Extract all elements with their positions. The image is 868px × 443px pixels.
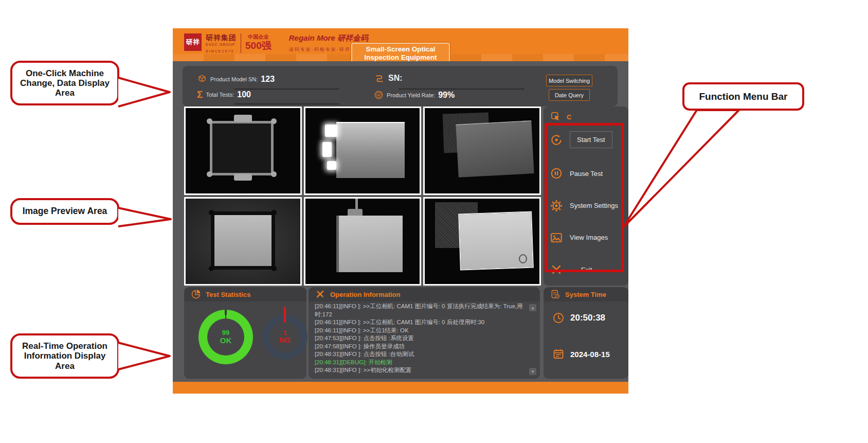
- app-footer-bar: [173, 382, 628, 394]
- system-time-value: 20:50:38: [570, 313, 605, 323]
- logo-group-name: 研祥集团: [206, 33, 237, 43]
- total-tests-value: 100: [237, 90, 251, 99]
- app-header: 研祥 研祥集团 EVOC GROUP SINCE1973 中国企业 500强 R…: [173, 28, 628, 61]
- log-line: [20:47:53][INFO ]: 点击按钮 :系统设置: [315, 334, 527, 343]
- menu-highlight-rectangle: [545, 123, 624, 272]
- callout-tail-3: [117, 339, 174, 376]
- callout-function-menu-bar: Function Menu Bar: [682, 82, 804, 111]
- system-time-panel: System Time 20:50:38 2024-08-15: [544, 287, 628, 379]
- log-line: [20:46:11][INFO ]: >>工位相机: CAM1 图片编号: 0 …: [315, 303, 527, 318]
- callout-data-display-area: One-Click Machine Change, Data Display A…: [10, 61, 119, 105]
- app-title-line1: Small-Screen Optical: [366, 45, 435, 54]
- log-scroll-down-button[interactable]: ▼: [529, 368, 536, 375]
- ng-slice-marker: [284, 307, 286, 323]
- yield-field: Product Yield Rate: 99%: [374, 90, 455, 100]
- log-line: [20:48:31][INFO ]: >>初始化检测配置: [315, 366, 527, 375]
- camera-image-4[interactable]: [184, 197, 302, 286]
- sn-underline: [399, 88, 525, 90]
- camera-image-2[interactable]: [304, 107, 422, 195]
- ok-count: 99: [222, 329, 229, 336]
- log-output[interactable]: [20:46:11][INFO ]: >>工位相机: CAM1 图片编号: 0 …: [315, 303, 527, 376]
- data-display-panel: Product Model SN: 123 Σ Total Tests: 100…: [183, 66, 618, 107]
- screenshot-canvas: 研祥 研祥集团 EVOC GROUP SINCE1973 中国企业 500强 R…: [0, 0, 868, 443]
- brand-logo: 研祥 研祥集团 EVOC GROUP SINCE1973 中国企业 500强 R…: [184, 33, 368, 53]
- operation-info-panel: Operation Information [20:46:11][INFO ]:…: [309, 287, 540, 379]
- model-switching-button[interactable]: Model Switching: [546, 75, 592, 86]
- ok-label: OK: [220, 336, 232, 345]
- date-query-button[interactable]: Date Query: [549, 89, 590, 101]
- logo-top500: 500强: [245, 41, 272, 50]
- ok-donut-chart: 99 OK: [198, 310, 253, 364]
- ng-label: NG: [280, 336, 291, 344]
- ng-donut-chart: 1 NG: [262, 314, 308, 360]
- log-line: [20:46:11][INFO ]: >>工位相机: CAM1 图片编号: 0 …: [315, 318, 527, 327]
- callout-tail-2: [117, 204, 175, 233]
- callout-tail-1: [117, 72, 174, 113]
- product-model-label: Product Model SN:: [210, 76, 258, 82]
- camera-image-5[interactable]: [304, 197, 422, 286]
- log-line-debug: [20:48:31][DEBUG]: 开始检测: [315, 359, 527, 367]
- total-tests-underline: [234, 103, 339, 104]
- system-date-value: 2024-08-15: [570, 350, 610, 359]
- sn-field: SN:: [374, 73, 406, 84]
- logo-group-en: EVOC GROUP: [206, 43, 237, 46]
- callout-tail-4: [620, 108, 748, 232]
- product-model-field: Product Model SN: 123: [197, 74, 275, 84]
- app-title-line2: Inspection Equipment: [364, 54, 437, 61]
- log-line: [20:46:11][INFO ]: >>工位1结果: OK: [315, 327, 527, 335]
- logo-script-text: Regain More 研祥金码: [289, 33, 368, 43]
- menu-header-label: C: [567, 113, 571, 121]
- log-line: [20:48:31][INFO ]: 点击按钮 :自动测试: [315, 350, 527, 359]
- test-statistics-panel: Test Statistics 99 OK 1 NG: [184, 287, 306, 379]
- product-model-value: 123: [261, 75, 275, 84]
- callout-operation-info-area: Real-Time Operation Information Display …: [10, 333, 119, 379]
- doc-clock-icon: [550, 289, 560, 299]
- yield-label: Product Yield Rate:: [387, 92, 435, 98]
- camera-image-3[interactable]: [423, 107, 541, 195]
- box-icon: [197, 74, 207, 84]
- log-scroll-up-button[interactable]: ▲: [529, 304, 536, 311]
- logo-since: SINCE1973: [206, 49, 237, 53]
- check-circle-icon: [374, 90, 384, 100]
- yield-value: 99%: [438, 91, 455, 100]
- clock-icon: [552, 312, 565, 324]
- pie-chart-icon: [191, 289, 201, 299]
- total-tests-label: Total Tests:: [206, 92, 234, 98]
- system-time-title: System Time: [565, 291, 606, 298]
- logo-cn-enterprise: 中国企业: [245, 33, 272, 41]
- camera-image-6[interactable]: [423, 197, 541, 286]
- logo-divider: [241, 33, 241, 53]
- sn-label: SN:: [388, 74, 403, 83]
- app-title-plate: Small-Screen Optical Inspection Equipmen…: [351, 43, 450, 61]
- image-preview-grid: [184, 107, 541, 286]
- log-title: Operation Information: [330, 291, 401, 298]
- sn-link-icon: [374, 73, 385, 84]
- log-line: [20:47:58][INFO ]: 操作员登录成功: [315, 343, 527, 351]
- stats-title: Test Statistics: [206, 291, 250, 298]
- callout-image-preview-area: Image Preview Area: [10, 198, 119, 225]
- camera-image-1[interactable]: [184, 107, 302, 195]
- calendar-icon: [552, 348, 565, 360]
- sigma-icon: Σ: [197, 90, 203, 99]
- crossed-tools-icon: [315, 289, 326, 299]
- evoc-logo-mark: 研祥: [184, 33, 202, 51]
- hand-click-icon: [550, 111, 562, 122]
- total-tests-field: Σ Total Tests: 100: [197, 90, 251, 99]
